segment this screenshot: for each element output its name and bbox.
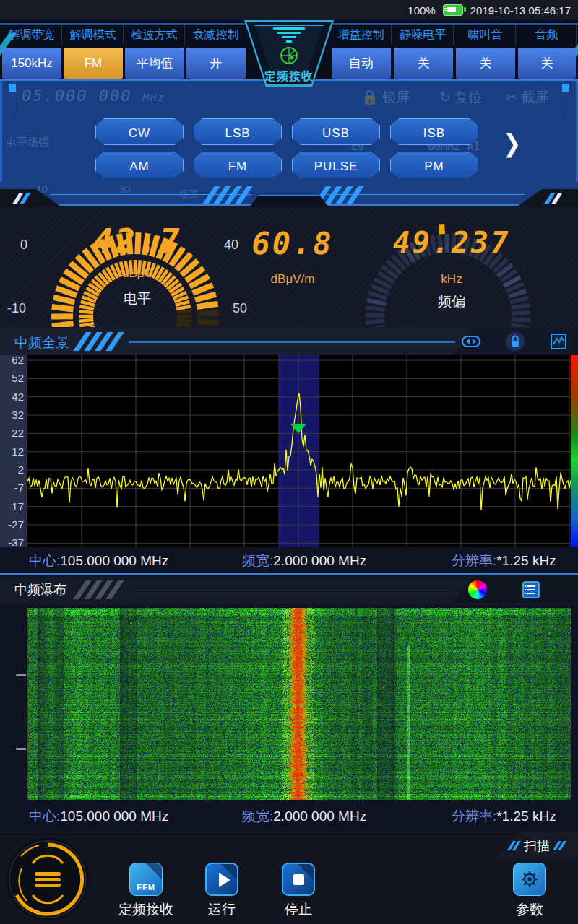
mode-button-am[interactable]: AM [95,152,184,178]
y-tick-label: -17 [2,500,24,513]
header-line [129,590,455,590]
panel-handle-line-left [12,94,12,118]
span-label: 频宽: [242,808,273,824]
palette-icon[interactable] [468,580,487,599]
y-tick-label: 32 [2,409,24,421]
y-tick-label: 22 [2,427,24,439]
mode-button-pulse[interactable]: PULSE [292,152,380,178]
datetime: 2019-10-13 05:46:17 [470,4,571,17]
gauge-scale-0: 0 [20,237,27,253]
spectrum-y-axis: 6252423222122-7-17-27-37 [0,355,27,547]
menu-label: 衰减控制 [186,25,246,45]
bottom-toolbar: 扫描 FFM 定频接收 运行 [0,832,578,924]
spectrum-plot[interactable]: 6252423222122-7-17-27-37 [0,355,578,547]
lock-icon[interactable] [505,331,525,352]
menu-value[interactable]: 关 [456,48,515,79]
menu-label: 增益控制 [331,25,392,45]
menu-label: 检波方式 [124,25,185,45]
nav-label[interactable]: 运行 [200,900,243,919]
main-menu-button[interactable] [5,835,90,920]
nav-label[interactable]: 停止 [277,900,320,919]
field-strength-unit: dBμV/m [249,272,336,287]
span-zoom-icon[interactable] [461,331,481,352]
menu-value[interactable]: 150kHz [2,48,61,79]
panel-handle-right [562,84,569,92]
stripe-decoration [208,186,246,205]
mode-button-fm[interactable]: FM [194,152,282,178]
menu-gain-control[interactable]: 增益控制 自动 [331,25,392,79]
marker-icon[interactable] [548,331,569,352]
menu-demod-bandwidth[interactable]: 解调带宽 150kHz [1,25,62,79]
more-modes-arrow[interactable]: ❯ [503,128,521,157]
emblem-label: 定频接收 [244,69,334,84]
status-bar: 100% 2019-10-13 05:46:17 [0,0,578,20]
rbw-label: 分辨率: [452,553,496,568]
gear-icon[interactable] [513,863,546,896]
header-line [129,341,455,343]
nav-label[interactable]: 参数 [508,900,551,919]
scan-tab[interactable]: 扫描 [496,832,578,860]
stop-icon[interactable] [282,863,315,896]
menu-value[interactable]: 自动 [332,48,391,79]
menu-howl-tone[interactable]: 啸叫音 关 [455,25,516,79]
center-freq-value: 105.000 000 MHz [60,553,168,568]
y-tick-label: 62 [2,354,24,366]
stripe-decoration [79,332,118,351]
menu-label: 解调模式 [63,25,124,45]
mode-button-pm[interactable]: PM [390,152,478,178]
stop-glyph [293,874,304,885]
ffm-icon-text: FFM [130,883,162,892]
ghost-level-field-label: 电平场强 [6,136,49,149]
span-label: 频宽: [242,553,273,568]
level-label: 电平 [87,289,188,308]
ffm-mode-emblem[interactable]: 定频接收 [244,20,334,87]
menu-audio[interactable]: 音频 关 [517,25,577,79]
center-freq-label: 中心: [29,553,60,568]
center-freq-label: 中心: [29,808,60,824]
panel-handle-left [9,84,16,92]
slash-marks [556,841,564,850]
offset-label: 频偏 [390,292,513,311]
panel-left-edge [0,81,2,182]
span-value: 2.000 000 MHz [273,553,366,568]
slash-marks [510,841,518,850]
menu-squelch-level[interactable]: 静噪电平 关 [393,25,454,79]
mode-button-cw[interactable]: CW [95,118,184,145]
menu-value[interactable]: 关 [518,48,576,79]
table-list-icon[interactable] [522,580,540,599]
section-divider [0,573,578,575]
spectrum-trace-area[interactable] [27,355,571,547]
nav-label[interactable]: 定频接收 [110,900,182,919]
mode-button-usb[interactable]: USB [292,118,380,145]
menu-value[interactable]: 开 [186,48,246,79]
stripe-decoration [79,580,118,599]
menu-value[interactable]: 关 [394,48,453,79]
rbw-label: 分辨率: [452,808,496,824]
radar-icon [280,46,298,65]
mode-button-isb[interactable]: ISB [390,118,478,145]
waterfall-tick [16,674,26,676]
battery-icon [443,4,463,16]
play-icon[interactable] [205,863,238,896]
spectrum-panel-header: 中频全景 [0,328,578,355]
ghost-screenshot-button: ✂ 截屏 [506,88,548,107]
menu-attenuation[interactable]: 衰减控制 开 [186,25,246,79]
waterfall-canvas[interactable] [27,608,571,800]
offset-value: 49.237 [387,226,517,259]
gauge-scale-40: 40 [224,237,238,253]
menu-value-active[interactable]: FM [64,48,123,79]
ghost-reset-button: ↻ 复位 [439,88,482,107]
ffm-icon[interactable]: FFM [129,863,163,896]
waterfall-plot[interactable] [0,608,578,800]
gauge-scale-min: -10 [7,301,26,316]
play-glyph [219,873,230,887]
mode-button-lsb[interactable]: LSB [194,118,282,145]
menu-value[interactable]: 平均值 [125,48,184,79]
menu-label: 音频 [517,25,577,45]
center-freq-value: 105.000 000 MHz [60,808,168,824]
menu-label: 啸叫音 [455,25,516,45]
spectrum-info-row: 中心:105.000 000 MHz 频宽:2.000 000 MHz 分辨率:… [0,547,578,573]
menu-detector-type[interactable]: 检波方式 平均值 [124,25,185,79]
gauge-scale-max: 50 [233,301,247,316]
menu-demod-mode[interactable]: 解调模式 FM [63,25,124,79]
